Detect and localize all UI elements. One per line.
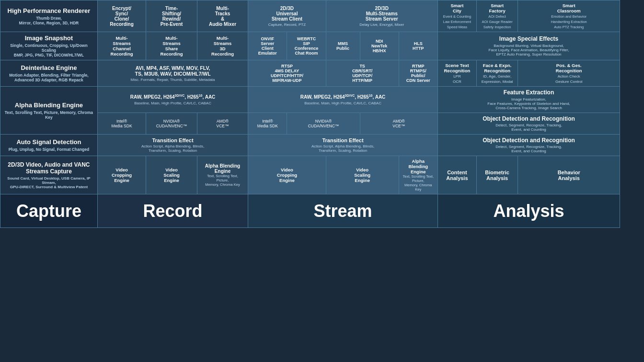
scene-text-recog: Scene TextRecognitionLPROCR	[437, 60, 476, 87]
amd-record: AMD®VCE™	[197, 113, 248, 135]
capture2d3d-sub: Sound Card, Virtual Desktop, USB Camera,…	[4, 176, 94, 189]
transition-record: Transition Effect Action Script, Alpha B…	[97, 135, 248, 156]
smart-city: SmartCityEvent & CountingLaw Enforcement…	[437, 0, 476, 32]
multi-tracks: Multi-Tracks&Audio Mixer	[197, 0, 248, 32]
mms: MMSPublic	[326, 32, 360, 60]
capture-alpha: Alpha Blending Engine Text, Scrolling Te…	[0, 87, 98, 135]
pos-ges-recog: Pos. & Ges.RecognitionAction CheckGestur…	[518, 60, 620, 87]
nvidia-record: NVIDIA®CUDA/NVENC™	[146, 113, 197, 135]
codecs-stream: RAW, MPEG2, H2643D/VC, H26510, AAC Basel…	[248, 87, 438, 113]
intel-sdk-record: Intel®Media SDK	[97, 113, 146, 135]
time-shifting: Time-Shifting/Rewind/Pre-Event	[146, 0, 197, 32]
multi-streams-channel: Multi-StreamsChannelRecording	[97, 32, 146, 60]
intel-sdk-stream: Intel®Media SDK	[248, 113, 287, 135]
video-cropping-record: VideoCroppingEngine	[97, 156, 146, 194]
smart-classroom: SmartClassroomEmotion and BehaviorHandwr…	[518, 0, 620, 32]
transition-stream: Transition Effect Action Script, Alpha B…	[248, 135, 438, 156]
stream-client: 2D/3DUniversalStream ClientCapture, Reco…	[248, 0, 326, 32]
footer-analysis: Analysis	[437, 194, 620, 228]
hpr-sub: Thumb Draw,Mirror, Clone, Region, 3D, HD…	[4, 16, 94, 25]
capture-signal: Auto Signal Detection Plug, Unplug, No S…	[0, 135, 98, 156]
video-cropping-stream: VideoCroppingEngine	[248, 156, 326, 194]
deinterlace-sub: Motion Adapter, Blending, Filter Triangl…	[4, 73, 94, 82]
video-scaling-stream: VideoScalingEngine	[326, 156, 399, 194]
multi-streams-share: Multi-StreamsShareRecording	[146, 32, 197, 60]
video-scaling-record: VideoScalingEngine	[146, 156, 197, 194]
capture-snapshot: Image Snapshot Single, Continuous, Cropp…	[0, 32, 98, 60]
footer-stream: Stream	[248, 194, 438, 228]
nvidia-stream: NVIDIA®CUDA/NVENC™	[287, 113, 360, 135]
snapshot-title: Image Snapshot	[4, 34, 94, 42]
hls: HLSHTTP	[399, 32, 437, 60]
ts-stream: TSCBR/SRT/UDP/TCP/HTTP/MIP	[326, 60, 399, 87]
capture2d3d-title: 2D/3D Video, Audio and VANCStreams Captu…	[4, 161, 94, 175]
capture-hpr: High Performance Renderer Thumb Draw,Mir…	[0, 0, 98, 32]
feature-extraction: Feature Extraction Image Featurization,F…	[437, 87, 620, 113]
rtmp: RTMPRTMPS/Public/CDN Server	[399, 60, 437, 87]
amd-stream: AMD®VCE™	[360, 113, 437, 135]
footer-record: Record	[97, 194, 248, 228]
feature-matrix: High Performance Renderer Thumb Draw,Mir…	[0, 0, 644, 228]
object-detection: Object Detection and Recognition Detect,…	[437, 113, 620, 135]
webrtc-sip: WEBRTCSIPConferenceChat Room	[287, 32, 326, 60]
alpha-blending-stream: Alpha BlendingEngine Text, Scrolling Tex…	[399, 156, 437, 194]
rtsp: RTSP4MS DELAYUDP/TCP/HTTP/MIP/RAW-UDP	[248, 60, 326, 87]
deinterlace-title: Deinterlace Engine	[4, 64, 94, 71]
ndi: NDINewTekHB/HX	[360, 32, 399, 60]
multi-streams-3d: Multi-Streams3DRecording	[197, 32, 248, 60]
snapshot-sub: Single, Continuous, Cropping, Up/Down Sc…	[4, 43, 94, 57]
stream-server: 2D/3DMulti-StreamsStream ServerDelay Liv…	[326, 0, 437, 32]
encrypt-sync: Encrypt/Sync/Clone/Recording	[97, 0, 146, 32]
codecs-record: RAW, MPEG2, H2643D/VC, H26510, AAC Basel…	[97, 87, 248, 113]
behavior-analysis: BehaviorAnalysis	[518, 156, 620, 194]
alpha-title: Alpha Blending Engine	[4, 102, 94, 109]
formats: AVI, MP4, ASF, WMV, MOV, FLV,TS, M3U8, W…	[97, 60, 248, 87]
image-special-effects: Image Special Effects Background Blurrin…	[437, 32, 620, 60]
alpha-blending-record: Alpha BlendingEngine Text, Scrolling Tex…	[197, 156, 248, 194]
alpha-sub: Text, Scrolling Text, Picture, Memory, C…	[4, 110, 94, 120]
content-analysis: ContentAnalysis	[437, 156, 476, 194]
smart-factory: SmartFactoryAOI DefectAOI Gauge ReaderSa…	[477, 0, 518, 32]
signal-title: Auto Signal Detection	[4, 138, 94, 146]
biometric-analysis: BiometricAnalysis	[477, 156, 518, 194]
face-expn-recog: Face & Expn.RecognitionID, Age, Gender,E…	[477, 60, 518, 87]
footer-capture: Capture	[0, 194, 98, 228]
object-detection2: Object Detection and Recognition Detect,…	[437, 135, 620, 156]
capture-2d3d: 2D/3D Video, Audio and VANCStreams Captu…	[0, 156, 98, 194]
hpr-title: High Performance Renderer	[4, 7, 94, 14]
capture-deinterlace: Deinterlace Engine Motion Adapter, Blend…	[0, 60, 98, 87]
signal-sub: Plug, Unplug, No Signal, Format Changed	[4, 147, 94, 152]
onvif: ONVIFServerClientEmulator	[248, 32, 287, 60]
